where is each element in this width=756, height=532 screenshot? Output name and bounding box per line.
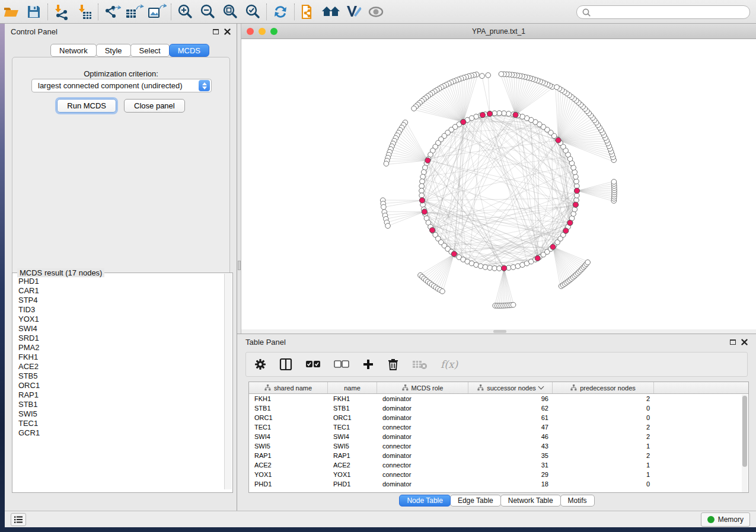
network-node[interactable] bbox=[480, 73, 485, 79]
mcds-dominator-node[interactable] bbox=[487, 111, 492, 116]
table-row[interactable]: ACE2ACE2connector311 bbox=[249, 460, 748, 470]
delete-table-icon[interactable] bbox=[412, 359, 428, 370]
network-node[interactable] bbox=[497, 111, 502, 116]
column-layout-icon[interactable] bbox=[279, 358, 292, 371]
network-node[interactable] bbox=[381, 204, 387, 210]
network-left-scrollbar[interactable] bbox=[237, 24, 241, 334]
network-node[interactable] bbox=[502, 111, 507, 116]
mcds-dominator-node[interactable] bbox=[419, 198, 425, 203]
network-node[interactable] bbox=[506, 111, 512, 117]
network-node[interactable] bbox=[492, 111, 497, 116]
mcds-result-item[interactable]: PMA2 bbox=[13, 343, 225, 352]
network-node[interactable] bbox=[420, 174, 426, 180]
network-graph-canvas[interactable] bbox=[241, 39, 756, 329]
table-row[interactable]: FKH1FKH1dominator962 bbox=[249, 394, 748, 403]
zoom-selected-icon[interactable] bbox=[241, 2, 264, 22]
network-node[interactable] bbox=[611, 180, 617, 185]
mcds-result-item[interactable]: PHD1 bbox=[13, 277, 225, 286]
mcds-result-list[interactable]: PHD1CAR1STP4TID3YOX1SWI4SRD1PMA2FKH1ACE2… bbox=[13, 277, 225, 489]
network-node[interactable] bbox=[420, 179, 425, 184]
network-node[interactable] bbox=[486, 73, 491, 78]
export-table-icon[interactable] bbox=[123, 2, 146, 22]
task-history-button[interactable] bbox=[11, 513, 26, 526]
zoom-out-icon[interactable] bbox=[196, 2, 219, 22]
mcds-result-item[interactable]: STB5 bbox=[13, 371, 225, 381]
mcds-dominator-node[interactable] bbox=[535, 255, 540, 261]
mcds-result-item[interactable]: STB1 bbox=[13, 400, 225, 409]
table-row[interactable]: SWI4SWI4dominator462 bbox=[249, 432, 748, 441]
mcds-result-item[interactable]: GCR1 bbox=[13, 428, 225, 438]
network-node[interactable] bbox=[487, 265, 493, 271]
network-node[interactable] bbox=[419, 188, 425, 194]
network-node[interactable] bbox=[554, 85, 560, 90]
network-node[interactable] bbox=[499, 72, 504, 77]
table-row[interactable]: YOX1YOX1connector291 bbox=[249, 470, 748, 479]
select-all-icon[interactable] bbox=[305, 360, 321, 368]
search-input[interactable] bbox=[591, 8, 739, 17]
network-node[interactable] bbox=[574, 179, 579, 184]
deselect-all-icon[interactable] bbox=[334, 360, 349, 368]
mcds-dominator-node[interactable] bbox=[461, 119, 466, 124]
mcds-dominator-node[interactable] bbox=[573, 202, 578, 207]
mcds-result-item[interactable]: ORC1 bbox=[13, 381, 225, 390]
search-field[interactable] bbox=[576, 5, 750, 19]
network-node[interactable] bbox=[422, 169, 427, 175]
close-panel-icon[interactable] bbox=[224, 28, 231, 35]
mcds-result-item[interactable]: FKH1 bbox=[13, 352, 225, 362]
tab-node-table[interactable]: Node Table bbox=[399, 495, 451, 507]
network-node[interactable] bbox=[440, 289, 445, 294]
import-network-icon[interactable] bbox=[50, 2, 73, 22]
mcds-dominator-node[interactable] bbox=[451, 251, 457, 257]
criterion-select[interactable]: largest connected component (undirected) bbox=[31, 79, 212, 92]
mcds-dominator-node[interactable] bbox=[574, 188, 579, 193]
network-node[interactable] bbox=[385, 223, 391, 229]
save-session-icon[interactable] bbox=[23, 2, 45, 22]
mcds-result-item[interactable]: CAR1 bbox=[13, 286, 225, 296]
mcds-dominator-node[interactable] bbox=[422, 209, 427, 214]
table-row[interactable]: SWI5SWI5connector431 bbox=[249, 441, 748, 451]
tab-select[interactable]: Select bbox=[130, 44, 170, 57]
column-header-shared-name[interactable]: shared name bbox=[249, 382, 328, 393]
column-header-predecessor-nodes[interactable]: predecessor nodes bbox=[553, 382, 654, 393]
network-node[interactable] bbox=[419, 193, 425, 198]
export-image-icon[interactable] bbox=[146, 2, 168, 22]
table-row[interactable]: STB1STB1dominator620 bbox=[249, 403, 748, 413]
network-node[interactable] bbox=[478, 264, 483, 269]
mcds-result-item[interactable]: SWI5 bbox=[13, 409, 225, 419]
mcds-dominator-node[interactable] bbox=[513, 112, 518, 117]
mcds-result-item[interactable]: YOX1 bbox=[13, 315, 225, 324]
hide-panel-eye-icon[interactable] bbox=[365, 2, 387, 22]
mcds-result-item[interactable]: SRD1 bbox=[13, 334, 225, 343]
mcds-result-item[interactable]: STP4 bbox=[13, 296, 225, 305]
close-panel-icon[interactable] bbox=[741, 339, 748, 345]
tab-motifs[interactable]: Motifs bbox=[560, 495, 595, 507]
tab-style[interactable]: Style bbox=[96, 44, 131, 57]
apply-layout-icon[interactable] bbox=[269, 2, 292, 22]
export-network-icon[interactable] bbox=[101, 2, 123, 22]
mcds-result-item[interactable]: TEC1 bbox=[13, 419, 225, 428]
vizmapper-icon[interactable] bbox=[342, 2, 365, 22]
column-header-successor-nodes[interactable]: successor nodes bbox=[468, 382, 553, 393]
mcds-result-item[interactable]: TID3 bbox=[13, 305, 225, 315]
network-node[interactable] bbox=[511, 302, 516, 307]
mcds-result-scrollbar[interactable] bbox=[224, 274, 232, 489]
mcds-dominator-node[interactable] bbox=[425, 158, 430, 163]
delete-column-icon[interactable] bbox=[387, 358, 399, 371]
scrollbar-thumb[interactable] bbox=[238, 261, 241, 270]
mcds-dominator-node[interactable] bbox=[550, 244, 556, 249]
run-mcds-button[interactable]: Run MCDS bbox=[57, 99, 116, 113]
network-node[interactable] bbox=[412, 106, 417, 111]
table-row[interactable]: TEC1TEC1connector472 bbox=[249, 422, 748, 432]
mcds-dominator-node[interactable] bbox=[556, 137, 561, 143]
table-row[interactable]: ORC1ORC1dominator610 bbox=[249, 413, 748, 422]
mcds-dominator-node[interactable] bbox=[563, 228, 569, 233]
zoom-in-icon[interactable] bbox=[174, 2, 196, 22]
network-horizontal-scrollbar[interactable] bbox=[241, 329, 756, 334]
scrollbar-thumb[interactable] bbox=[493, 330, 506, 333]
mcds-result-item[interactable]: ACE2 bbox=[13, 362, 225, 371]
table-vertical-scrollbar[interactable] bbox=[742, 395, 748, 492]
float-panel-icon[interactable] bbox=[213, 29, 219, 34]
scrollbar-thumb[interactable] bbox=[742, 396, 747, 467]
tab-network[interactable]: Network bbox=[50, 44, 97, 57]
tab-mcds[interactable]: MCDS bbox=[169, 44, 209, 57]
